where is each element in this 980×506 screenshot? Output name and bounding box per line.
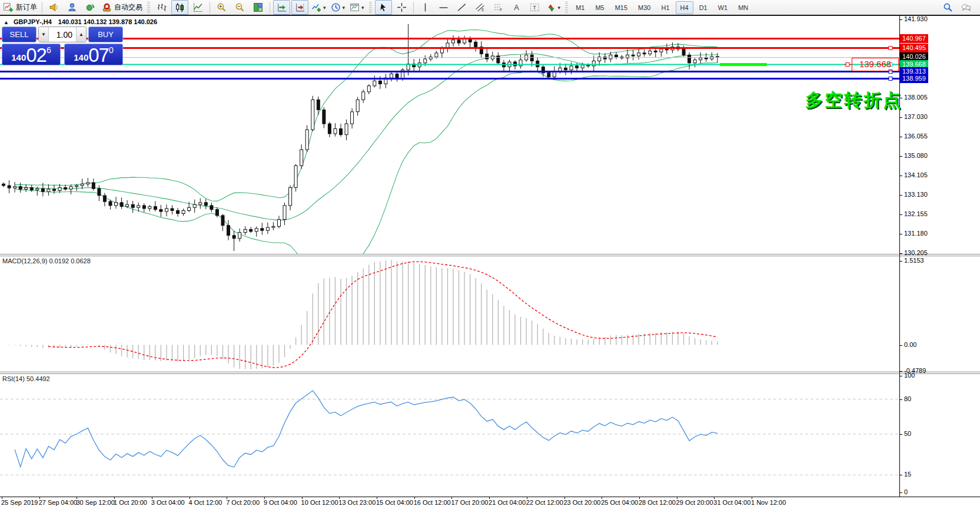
new-order-button[interactable]: 新订单 <box>2 0 39 15</box>
main-chart-canvas[interactable] <box>0 16 900 254</box>
svg-text:E: E <box>481 8 484 12</box>
sell-price-button[interactable]: 140 02 6 <box>2 44 61 65</box>
axis-tick <box>899 399 902 400</box>
time-axis-label: 31 Oct 04:00 <box>713 499 750 506</box>
chart-shift-button[interactable] <box>291 0 308 15</box>
autotrade-icon <box>102 2 112 12</box>
price-axis-tick-label: 133.130 <box>904 191 928 198</box>
dropdown-caret-icon[interactable]: ▾ <box>323 5 326 11</box>
symbol-period-label: GBPJPY-,H4 <box>14 18 52 25</box>
neworder-icon <box>4 2 14 12</box>
time-axis-label: 29 Oct 20:00 <box>676 499 713 506</box>
svg-text:T: T <box>533 4 536 11</box>
equidistant-channel-button[interactable]: E <box>471 0 489 15</box>
rsi-chart-canvas[interactable] <box>0 374 900 497</box>
search-button[interactable] <box>939 0 956 15</box>
arrows-button[interactable]: ▾ <box>544 0 563 15</box>
timeframe-w1-button[interactable]: W1 <box>713 1 733 14</box>
time-axis-label: 15 Oct 04:00 <box>376 499 413 506</box>
volume-input[interactable] <box>49 27 76 42</box>
chart-annotation-text[interactable]: 多空转折点 <box>805 88 902 113</box>
timeframe-h1-button[interactable]: H1 <box>657 1 675 14</box>
axis-tick <box>899 345 902 346</box>
macd-indicator-label: MACD(12,26,9) 0.0192 0.0628 <box>2 257 91 264</box>
time-axis[interactable]: 25 Sep 201927 Sep 04:0030 Sep 12:001 Oct… <box>0 497 980 506</box>
line-chart-button[interactable] <box>190 0 207 15</box>
vline-icon <box>420 2 430 12</box>
volume-decrease-button[interactable]: ▼ <box>39 27 49 42</box>
dropdown-caret-icon[interactable]: ▾ <box>361 5 364 11</box>
rsi-axis-tick-label: 80 <box>904 395 911 402</box>
labelT-icon: T <box>530 2 540 12</box>
bar-chart-button[interactable] <box>153 0 170 15</box>
textA-icon: A <box>511 2 521 12</box>
sell-price-prefix: 140 <box>11 52 26 62</box>
expert-advisors-button[interactable] <box>64 0 81 15</box>
time-axis-label: 10 Oct 12:00 <box>301 499 338 506</box>
rsi-axis-tick-label: 15 <box>904 471 911 478</box>
auto-scroll-button[interactable] <box>273 0 290 15</box>
timeframe-m15-button[interactable]: M15 <box>610 1 632 14</box>
channel-icon: E <box>475 2 485 12</box>
time-axis-label: 23 Oct 20:00 <box>564 499 601 506</box>
dropdown-caret-icon[interactable]: ▾ <box>343 5 346 11</box>
sound-alerts-button[interactable] <box>45 0 62 15</box>
periods-button[interactable]: ▾ <box>329 0 347 15</box>
axis-tick <box>899 117 902 118</box>
volume-increase-button[interactable]: ▲ <box>76 27 86 42</box>
zoom-in-button[interactable] <box>213 0 230 15</box>
price-axis-tick-label: 141.930 <box>904 15 928 22</box>
market-signals-button[interactable] <box>82 0 99 15</box>
vertical-line-button[interactable] <box>417 0 434 15</box>
buy-button[interactable]: BUY <box>88 27 123 42</box>
text-button[interactable]: A <box>508 0 525 15</box>
indicators-icon <box>311 2 321 12</box>
timeframe-m30-button[interactable]: M30 <box>633 1 655 14</box>
price-line-tag: 138.959 <box>900 74 928 83</box>
horizontal-line-button[interactable] <box>435 0 452 15</box>
axis-tick <box>899 19 902 20</box>
timeframe-m1-button[interactable]: M1 <box>571 1 589 14</box>
indicators-button[interactable]: ▾ <box>310 0 328 15</box>
sell-button[interactable]: SELL <box>2 27 36 42</box>
price-axis-tick-label: 138.005 <box>904 94 928 101</box>
crosshair-button[interactable] <box>393 0 410 15</box>
dropdown-caret-icon[interactable]: ▾ <box>558 5 561 11</box>
linechart-icon <box>193 2 203 12</box>
timeframe-mn-button[interactable]: MN <box>733 1 753 14</box>
fibo-icon: F <box>493 2 503 12</box>
toolbar-separator <box>210 2 210 14</box>
price-axis[interactable]: 141.930138.005137.030136.055135.080134.1… <box>899 16 980 497</box>
time-axis-label: 7 Oct 20:00 <box>226 499 260 506</box>
text-label-button[interactable]: T <box>526 0 543 15</box>
timeframe-h4-button[interactable]: H4 <box>676 1 693 14</box>
timeframe-m5-button[interactable]: M5 <box>590 1 609 14</box>
price-line-tag: 140.495 <box>900 44 928 52</box>
timeframe-d1-button[interactable]: D1 <box>695 1 712 14</box>
macd-chart-canvas[interactable] <box>0 256 900 372</box>
buy-price-button[interactable]: 140 07 0 <box>64 44 123 65</box>
trendline-button[interactable] <box>453 0 470 15</box>
candlestick-chart-button[interactable] <box>171 0 188 15</box>
chat-button[interactable] <box>958 0 975 15</box>
fibonacci-button[interactable]: F <box>490 0 507 15</box>
zoom-out-button[interactable] <box>231 0 248 15</box>
axis-tick <box>899 137 902 137</box>
signal-icon <box>85 2 95 12</box>
auto-trading-button[interactable]: 自动交易 <box>100 0 144 15</box>
search-icon <box>943 2 953 12</box>
axis-tick <box>899 253 902 254</box>
time-axis-label: 28 Oct 12:00 <box>639 499 676 506</box>
cursor-button[interactable] <box>375 0 392 15</box>
time-axis-label: 1 Oct 20:00 <box>114 499 147 506</box>
time-axis-label: 30 Sep 12:00 <box>76 499 114 506</box>
tile-windows-button[interactable] <box>250 0 267 15</box>
price-line-tag: 140.967 <box>900 34 928 43</box>
shift-icon <box>295 2 305 12</box>
collapse-panel-caret[interactable]: ▲ <box>4 19 9 25</box>
price-label-object[interactable]: 139.668 <box>852 58 899 71</box>
clock-icon <box>331 2 341 12</box>
svg-text:A: A <box>514 3 519 12</box>
templates-button[interactable]: ▾ <box>348 0 366 15</box>
axis-tick <box>899 195 902 196</box>
